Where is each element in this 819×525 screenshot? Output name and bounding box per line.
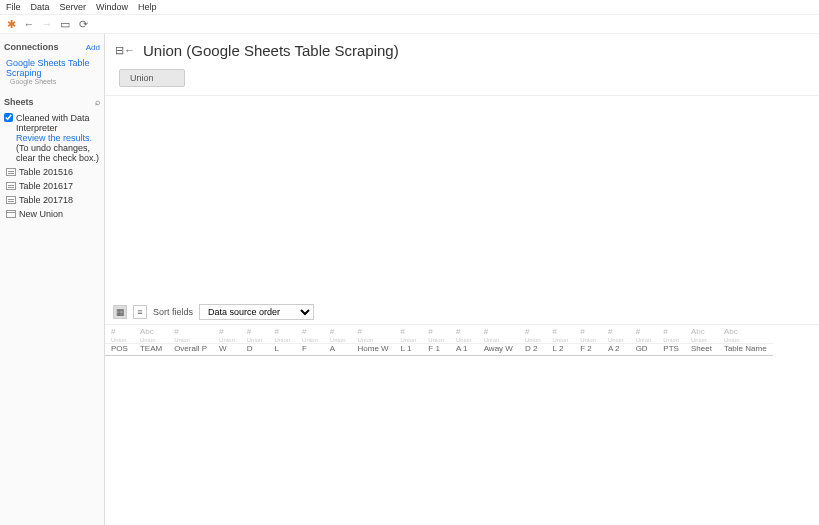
column-header[interactable]: D 2 <box>519 344 547 356</box>
menu-file[interactable]: File <box>6 2 21 12</box>
grid-view-icon[interactable]: ▦ <box>113 305 127 319</box>
type-icon[interactable]: # <box>456 327 460 336</box>
type-icon[interactable]: # <box>484 327 488 336</box>
column-header[interactable]: L 2 <box>547 344 575 356</box>
type-icon[interactable]: Abc <box>724 327 738 336</box>
sheet-icon <box>6 196 16 204</box>
column-header[interactable]: F <box>296 344 324 356</box>
column-header[interactable]: F 1 <box>422 344 450 356</box>
back-icon[interactable]: ← <box>22 17 36 31</box>
sidebar: Connections Add Google Sheets Table Scra… <box>0 34 105 525</box>
column-header[interactable]: Overall P <box>168 344 213 356</box>
type-icon[interactable]: # <box>302 327 306 336</box>
column-header[interactable]: A 2 <box>602 344 630 356</box>
column-header[interactable]: Away W <box>478 344 519 356</box>
type-icon[interactable]: # <box>636 327 640 336</box>
type-icon[interactable]: # <box>219 327 223 336</box>
column-header[interactable]: TEAM <box>134 344 168 356</box>
column-header[interactable]: L <box>268 344 296 356</box>
data-grid[interactable]: #UnionAbcUnion#Union#Union#Union#Union#U… <box>105 325 819 525</box>
sort-fields-select[interactable]: Data source order <box>199 304 314 320</box>
type-icon[interactable]: # <box>553 327 557 336</box>
datasource-icon[interactable]: ⊟← <box>115 44 135 57</box>
type-icon[interactable]: # <box>525 327 529 336</box>
column-header[interactable]: Home W <box>351 344 394 356</box>
column-header[interactable]: POS <box>105 344 134 356</box>
column-header[interactable]: F 2 <box>574 344 602 356</box>
sheets-header: Sheets <box>4 97 34 107</box>
type-icon[interactable]: # <box>608 327 612 336</box>
type-icon[interactable]: Abc <box>691 327 705 336</box>
column-header[interactable]: D <box>241 344 269 356</box>
add-connection-link[interactable]: Add <box>86 43 100 52</box>
column-header[interactable]: A <box>324 344 352 356</box>
list-view-icon[interactable]: ≡ <box>133 305 147 319</box>
search-icon[interactable]: ⌕ <box>95 97 100 107</box>
column-header[interactable]: GD <box>630 344 658 356</box>
type-icon[interactable]: # <box>428 327 432 336</box>
menubar: File Data Server Window Help <box>0 0 819 15</box>
column-header[interactable]: L 1 <box>395 344 423 356</box>
menu-window[interactable]: Window <box>96 2 128 12</box>
column-header[interactable]: PTS <box>657 344 685 356</box>
type-icon[interactable]: # <box>401 327 405 336</box>
type-icon[interactable]: # <box>330 327 334 336</box>
data-interpreter-checkbox[interactable] <box>4 113 13 122</box>
type-icon[interactable]: # <box>357 327 361 336</box>
sheet-item[interactable]: Table 201516 <box>2 165 102 179</box>
column-header[interactable]: Table Name <box>718 344 773 356</box>
forward-icon[interactable]: → <box>40 17 54 31</box>
type-icon[interactable]: # <box>580 327 584 336</box>
type-icon[interactable]: # <box>663 327 667 336</box>
union-pill[interactable]: Union <box>119 69 185 87</box>
logo-icon: ✱ <box>4 17 18 31</box>
type-icon[interactable]: # <box>174 327 178 336</box>
sort-fields-label: Sort fields <box>153 307 193 317</box>
column-header[interactable]: Sheet <box>685 344 718 356</box>
union-icon <box>6 210 16 218</box>
menu-server[interactable]: Server <box>60 2 87 12</box>
type-icon[interactable]: # <box>247 327 251 336</box>
type-icon[interactable]: # <box>111 327 115 336</box>
new-union[interactable]: New Union <box>2 207 102 221</box>
connections-header: Connections <box>4 42 59 52</box>
toolbar: ✱ ← → ▭ ⟳ <box>0 15 819 34</box>
review-results-link[interactable]: Review the results. <box>16 133 92 143</box>
refresh-icon[interactable]: ⟳ <box>76 17 90 31</box>
sheet-icon <box>6 182 16 190</box>
sheet-icon <box>6 168 16 176</box>
column-header[interactable]: A 1 <box>450 344 478 356</box>
sheet-item[interactable]: Table 201617 <box>2 179 102 193</box>
column-header[interactable]: W <box>213 344 241 356</box>
connection-item[interactable]: Google Sheets Table Scraping Google Shee… <box>2 56 102 87</box>
type-icon[interactable]: Abc <box>140 327 154 336</box>
menu-help[interactable]: Help <box>138 2 157 12</box>
data-interpreter-label: Cleaned with Data Interpreter Review the… <box>16 113 100 163</box>
type-icon[interactable]: # <box>274 327 278 336</box>
menu-data[interactable]: Data <box>31 2 50 12</box>
page-title: Union (Google Sheets Table Scraping) <box>143 42 399 59</box>
sheet-item[interactable]: Table 201718 <box>2 193 102 207</box>
save-icon[interactable]: ▭ <box>58 17 72 31</box>
